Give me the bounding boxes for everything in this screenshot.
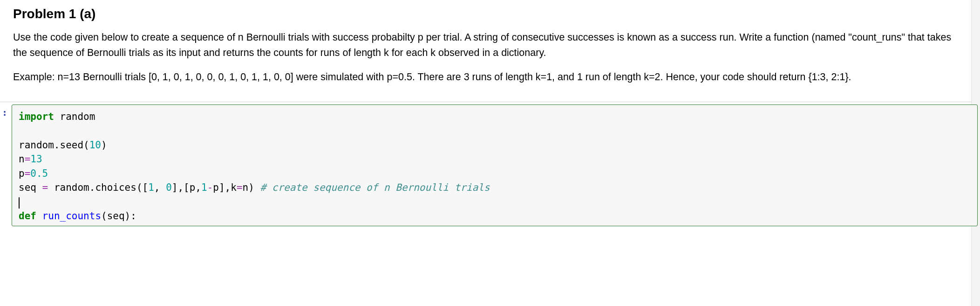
var-name: p [19, 168, 25, 179]
number-literal: 1 [148, 182, 154, 193]
number-literal: 10 [89, 139, 101, 151]
problem-description-2: Example: n=13 Bernoulli trials [0, 1, 0,… [13, 70, 967, 85]
module-name: random [54, 111, 95, 122]
code-text: ) [101, 139, 107, 151]
code-text: seq [19, 182, 42, 193]
code-text: , [154, 182, 166, 193]
number-literal: 1 [201, 182, 207, 193]
number-literal: 13 [30, 153, 42, 165]
op-equals: = [25, 168, 31, 179]
input-prompt: : [0, 102, 9, 227]
code-text: p],k [213, 182, 237, 193]
op-minus: - [207, 182, 213, 193]
comment: # create sequence of n Bernoulli trials [260, 182, 490, 193]
markdown-cell: Problem 1 (a) Use the code given below t… [0, 7, 980, 102]
code-text: n) [243, 182, 260, 193]
op-equals: = [42, 182, 48, 193]
text-cursor [19, 197, 20, 209]
number-literal: 0 [166, 182, 172, 193]
function-name: run_counts [42, 210, 101, 222]
code-text: random.choices([ [48, 182, 148, 193]
kw-def: def [19, 210, 36, 222]
op-equals: = [25, 153, 31, 165]
var-name: n [19, 153, 25, 165]
function-signature: (seq): [101, 210, 136, 222]
kw-import: import [19, 111, 54, 122]
code-content[interactable]: import random random.seed(10) n=13 p=0.5… [19, 110, 971, 223]
code-editor[interactable]: import random random.seed(10) n=13 p=0.5… [12, 104, 978, 227]
op-equals: = [237, 182, 243, 193]
code-cell: : import random random.seed(10) n=13 p=0… [0, 102, 980, 227]
code-text: ],[p, [172, 182, 201, 193]
code-text: random.seed( [19, 139, 89, 151]
problem-heading: Problem 1 (a) [13, 7, 967, 21]
number-literal: 0.5 [30, 168, 48, 179]
problem-description-1: Use the code given below to create a seq… [13, 30, 967, 61]
code-text [36, 210, 42, 222]
